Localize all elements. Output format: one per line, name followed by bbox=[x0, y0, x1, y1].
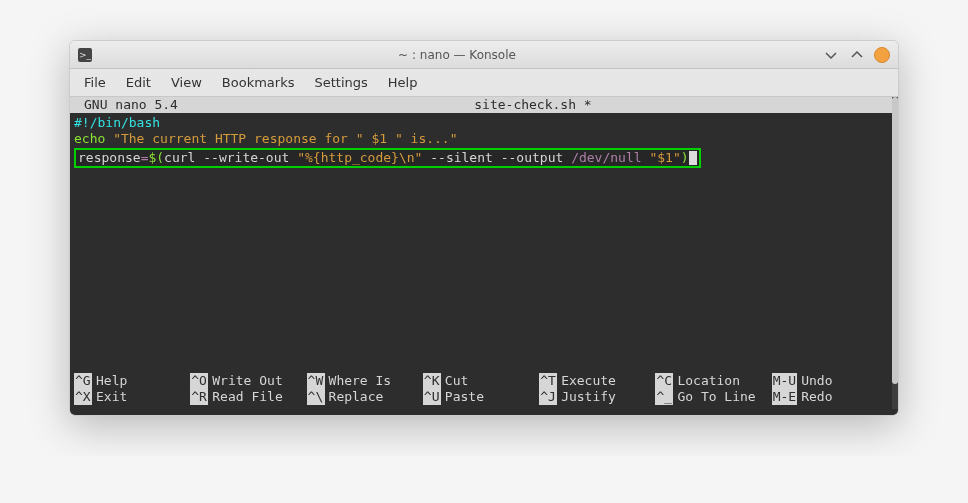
shortcut-key: ^U bbox=[423, 389, 441, 405]
curl-cmd: curl --write-out bbox=[164, 150, 297, 165]
shortcut-key: ^_ bbox=[655, 389, 673, 405]
terminal-icon: >_ bbox=[78, 48, 92, 62]
menu-edit[interactable]: Edit bbox=[126, 75, 151, 90]
shortcut-key: ^C bbox=[655, 373, 673, 389]
subshell-open: $( bbox=[148, 150, 164, 165]
curl-flags: --silent --output bbox=[422, 150, 571, 165]
menu-bookmarks[interactable]: Bookmarks bbox=[222, 75, 295, 90]
terminal[interactable]: GNU nano 5.4 site-check.sh * #!/bin/bash… bbox=[70, 97, 892, 409]
echo-string-1: "The current HTTP response for " bbox=[113, 131, 363, 146]
shortcut-item: ^\Replace bbox=[307, 389, 423, 405]
shortcut-label: Help bbox=[96, 373, 127, 388]
nano-header: GNU nano 5.4 site-check.sh * bbox=[70, 97, 892, 113]
shortcut-key: ^X bbox=[74, 389, 92, 405]
var-lhs: response bbox=[78, 150, 141, 165]
shortcut-item: ^KCut bbox=[423, 373, 539, 389]
titlebar[interactable]: >_ ~ : nano — Konsole bbox=[70, 41, 898, 69]
subshell-close: ) bbox=[681, 150, 689, 165]
shortcut-key: ^O bbox=[190, 373, 208, 389]
shortcut-item: ^WWhere Is bbox=[307, 373, 423, 389]
konsole-window: >_ ~ : nano — Konsole File Edit View Boo… bbox=[69, 40, 899, 416]
shortcut-label: Location bbox=[677, 373, 740, 388]
shortcut-label: Undo bbox=[801, 373, 832, 388]
shortcut-item: M-UUndo bbox=[772, 373, 888, 389]
shortcut-item: ^TExecute bbox=[539, 373, 655, 389]
menubar: File Edit View Bookmarks Settings Help bbox=[70, 69, 898, 97]
nano-version: GNU nano 5.4 bbox=[74, 97, 178, 113]
shortcut-label: Write Out bbox=[212, 373, 282, 388]
window-title: ~ : nano — Konsole bbox=[92, 48, 822, 62]
shortcut-key: ^R bbox=[190, 389, 208, 405]
shortcut-item: ^OWrite Out bbox=[190, 373, 306, 389]
menu-help[interactable]: Help bbox=[388, 75, 418, 90]
close-button[interactable] bbox=[874, 47, 890, 63]
nano-filename: site-check.sh * bbox=[178, 97, 888, 113]
shortcut-item: ^_Go To Line bbox=[655, 389, 771, 405]
menu-settings[interactable]: Settings bbox=[314, 75, 367, 90]
maximize-button[interactable] bbox=[848, 46, 866, 64]
shortcut-item: ^XExit bbox=[74, 389, 190, 405]
code-line-1: #!/bin/bash bbox=[74, 115, 160, 130]
shortcut-key: ^G bbox=[74, 373, 92, 389]
shortcut-item: ^UPaste bbox=[423, 389, 539, 405]
nano-footer: ^GHelp^OWrite Out^WWhere Is^KCut^TExecut… bbox=[70, 371, 892, 410]
editor-area[interactable]: #!/bin/bash echo "The current HTTP respo… bbox=[70, 113, 892, 371]
shortcut-item: ^CLocation bbox=[655, 373, 771, 389]
curl-format: "%{http_code}\n" bbox=[297, 150, 422, 165]
shortcut-key: ^\ bbox=[307, 389, 325, 405]
shortcut-key: ^W bbox=[307, 373, 325, 389]
shortcut-label: Execute bbox=[561, 373, 616, 388]
curl-arg: "$1" bbox=[649, 150, 680, 165]
menu-view[interactable]: View bbox=[171, 75, 202, 90]
shortcut-label: Justify bbox=[561, 389, 616, 404]
shortcut-label: Go To Line bbox=[677, 389, 755, 404]
shortcut-label: Replace bbox=[329, 389, 384, 404]
highlighted-line: response=$(curl --write-out "%{http_code… bbox=[74, 148, 701, 168]
cursor bbox=[689, 151, 697, 165]
shortcut-label: Paste bbox=[445, 389, 484, 404]
shortcut-item: ^GHelp bbox=[74, 373, 190, 389]
shortcut-item: ^JJustify bbox=[539, 389, 655, 405]
echo-keyword: echo bbox=[74, 131, 113, 146]
shortcut-key: ^J bbox=[539, 389, 557, 405]
shortcut-label: Redo bbox=[801, 389, 832, 404]
shortcut-key: M-U bbox=[772, 373, 797, 389]
minimize-button[interactable] bbox=[822, 46, 840, 64]
shortcut-label: Read File bbox=[212, 389, 282, 404]
shortcut-label: Exit bbox=[96, 389, 127, 404]
devnull: /dev/null bbox=[571, 150, 641, 165]
shortcut-label: Cut bbox=[445, 373, 468, 388]
shortcut-key: ^K bbox=[423, 373, 441, 389]
shortcut-key: ^T bbox=[539, 373, 557, 389]
scrollbar-thumb[interactable] bbox=[892, 97, 898, 384]
shortcut-item: M-ERedo bbox=[772, 389, 888, 405]
scrollbar[interactable] bbox=[892, 97, 898, 409]
echo-var: $1 bbox=[364, 131, 395, 146]
shortcut-label: Where Is bbox=[329, 373, 392, 388]
shortcut-item: ^RRead File bbox=[190, 389, 306, 405]
echo-string-2: " is..." bbox=[395, 131, 458, 146]
menu-file[interactable]: File bbox=[84, 75, 106, 90]
shortcut-key: M-E bbox=[772, 389, 797, 405]
